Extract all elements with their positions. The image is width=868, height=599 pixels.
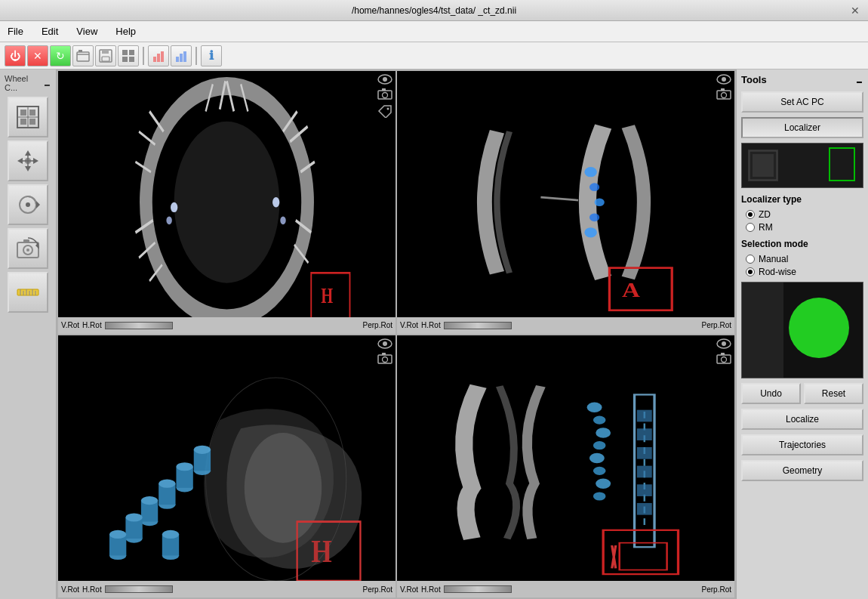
close-toolbar-btn[interactable]: ✕: [27, 45, 48, 66]
slider-tl[interactable]: [105, 322, 173, 329]
camera-icon-bl[interactable]: [377, 352, 392, 366]
eye-icon-bl[interactable]: [377, 338, 392, 349]
viewport-tr-content: A: [397, 71, 734, 334]
svg-point-139: [722, 341, 726, 346]
sidebar-tool-camera[interactable]: [8, 228, 48, 269]
main-layout: Wheel C... 🗕: [0, 69, 868, 599]
svg-point-79: [589, 213, 599, 221]
svg-point-65: [280, 216, 285, 224]
radio-zd-label: ZD: [759, 209, 771, 220]
info-toolbar-btn[interactable]: ℹ: [201, 45, 222, 66]
tools-title: Tools: [741, 74, 767, 85]
radio-manual-circle[interactable]: [746, 255, 755, 264]
eye-icon-tl[interactable]: [377, 74, 392, 85]
svg-point-141: [722, 357, 727, 362]
sidebar-tool-slice[interactable]: [8, 97, 48, 137]
sidebar-pin-icon[interactable]: 🗕: [43, 79, 51, 88]
menu-view[interactable]: View: [72, 23, 102, 39]
svg-point-123: [593, 441, 606, 449]
svg-marker-23: [25, 166, 31, 171]
menu-file[interactable]: File: [3, 23, 28, 39]
power-toolbar-btn[interactable]: ⏻: [5, 45, 26, 66]
svg-rect-144: [753, 154, 774, 177]
perprot-label-bl: Perp.Rot: [363, 585, 392, 594]
svg-rect-18: [20, 119, 26, 125]
sidebar-tool-move[interactable]: [8, 140, 48, 181]
radio-rm[interactable]: RM: [746, 222, 863, 233]
svg-rect-131: [637, 428, 652, 440]
viewport-bottom-right[interactable]: V.Rot H.Rot Perp.Rot: [397, 335, 734, 598]
vrot-label-tr: V.Rot: [400, 321, 418, 329]
eye-icon-tr[interactable]: [716, 74, 731, 85]
trajectories-button[interactable]: Trajectories: [741, 434, 863, 455]
bottom-bar-br: V.Rot H.Rot Perp.Rot: [397, 581, 734, 597]
chart2-toolbar-btn[interactable]: [171, 45, 192, 66]
menu-help[interactable]: Help: [111, 23, 140, 39]
layers-toolbar-btn[interactable]: [118, 45, 139, 66]
menubar: File Edit View Help: [0, 21, 868, 42]
svg-rect-6: [129, 50, 134, 55]
viewport-bottom-left[interactable]: H V.Rot H.Rot Perp.Rot: [58, 335, 396, 598]
svg-point-64: [272, 197, 279, 207]
viewport-top-right[interactable]: A V.Rot H.Rot Perp.Rot: [397, 71, 734, 334]
radio-manual-label: Manual: [759, 254, 788, 264]
svg-rect-135: [637, 502, 652, 514]
undo-button[interactable]: Undo: [741, 383, 801, 404]
svg-point-104: [109, 530, 126, 538]
viewport-br-content: [397, 335, 734, 598]
svg-rect-13: [180, 54, 183, 62]
tag-icon-tl[interactable]: [377, 104, 392, 118]
svg-point-63: [166, 216, 171, 224]
svg-text:A: A: [622, 279, 640, 301]
localizer-inner: [748, 150, 778, 181]
radio-rodwise-circle[interactable]: [746, 267, 755, 276]
tools-pin-icon[interactable]: 🗕: [855, 76, 863, 85]
svg-point-62: [171, 202, 177, 212]
tools-header: Tools 🗕: [741, 74, 863, 85]
menu-edit[interactable]: Edit: [37, 23, 63, 39]
radio-zd-circle[interactable]: [746, 210, 755, 219]
svg-rect-17: [29, 110, 35, 116]
close-button[interactable]: ✕: [848, 4, 862, 17]
svg-rect-8: [129, 57, 134, 62]
radio-manual[interactable]: Manual: [746, 254, 863, 264]
slider-tr[interactable]: [444, 322, 512, 329]
camera-icon-tl[interactable]: [377, 88, 392, 101]
segmentation-preview: [741, 282, 863, 378]
slider-br[interactable]: [444, 585, 512, 593]
svg-point-120: [587, 402, 602, 412]
camera-icon-tr[interactable]: [716, 88, 731, 101]
set-ac-pc-button[interactable]: Set AC PC: [741, 91, 863, 113]
svg-rect-16: [20, 110, 26, 116]
open-toolbar-btn[interactable]: [72, 45, 94, 66]
radio-rm-circle[interactable]: [746, 223, 755, 232]
camera-icon-br[interactable]: [716, 352, 731, 366]
hrot-label-br: H.Rot: [421, 585, 441, 594]
sidebar-title-text: Wheel C...: [5, 74, 43, 92]
radio-zd[interactable]: ZD: [746, 209, 863, 220]
svg-rect-14: [183, 51, 186, 62]
slider-bl[interactable]: [105, 585, 173, 593]
localize-button[interactable]: Localize: [741, 409, 863, 430]
viewport-bl-content: H: [58, 335, 396, 598]
vrot-label-br: V.Rot: [400, 585, 418, 594]
left-sidebar: Wheel C... 🗕: [0, 69, 57, 599]
vrot-label-bl: V.Rot: [61, 585, 79, 594]
selection-mode-group: Manual Rod-wise: [741, 254, 863, 277]
save-toolbar-btn[interactable]: [95, 45, 116, 66]
svg-marker-24: [17, 158, 23, 164]
chart1-toolbar-btn[interactable]: [148, 45, 169, 66]
sidebar-title-bar: Wheel C... 🗕: [3, 73, 53, 94]
sidebar-tool-rotate[interactable]: [8, 184, 48, 225]
sidebar-tool-ruler[interactable]: [8, 272, 48, 313]
reset-button[interactable]: Reset: [804, 383, 863, 404]
eye-icon-br[interactable]: [716, 338, 731, 349]
toolbar: ⏻ ✕ ↻ ℹ: [0, 42, 868, 69]
svg-point-84: [722, 77, 726, 82]
radio-rodwise[interactable]: Rod-wise: [746, 267, 863, 277]
svg-point-31: [26, 202, 30, 207]
viewport-top-left[interactable]: H V.Rot H.Rot Perp.Rot: [58, 71, 396, 334]
reload-toolbar-btn[interactable]: ↻: [50, 45, 71, 66]
geometry-button[interactable]: Geometry: [741, 460, 863, 481]
localizer-button[interactable]: Localizer: [741, 117, 863, 138]
